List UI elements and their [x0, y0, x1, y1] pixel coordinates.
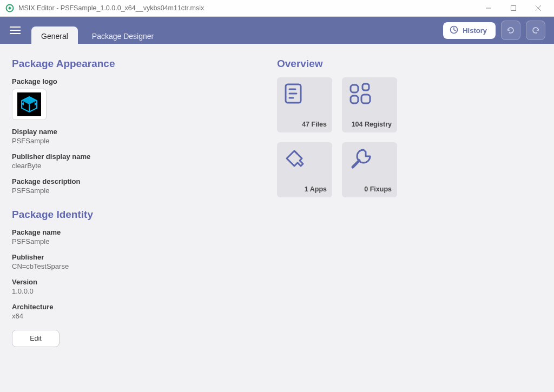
publisher-display-name-value: clearByte: [12, 162, 272, 170]
menu-button[interactable]: [9, 24, 22, 37]
package-description-value: PSFSample: [12, 187, 272, 195]
svg-rect-20: [351, 96, 358, 103]
history-button[interactable]: History: [443, 22, 496, 39]
publisher-value: CN=cbTestSparse: [12, 262, 272, 270]
svg-rect-19: [362, 84, 369, 90]
tabstrip: General Package Designer: [31, 17, 163, 44]
apps-tile[interactable]: 1 Apps: [277, 142, 332, 197]
app-icon: [5, 4, 14, 12]
display-name-value: PSFSample: [12, 137, 272, 145]
tab-general[interactable]: General: [31, 26, 78, 46]
right-column: Overview 47 Files 104 Registry 1 Apps: [277, 58, 542, 378]
registry-icon: [348, 83, 392, 105]
left-column: Package Appearance Package logo Display …: [12, 58, 272, 378]
minimize-button[interactable]: [476, 0, 501, 17]
maximize-button[interactable]: [501, 0, 526, 17]
package-logo: [12, 89, 47, 120]
package-identity-heading: Package Identity: [12, 209, 272, 221]
overview-tiles: 47 Files 104 Registry 1 Apps 0 Fixups: [277, 77, 407, 197]
clock-icon: [450, 25, 458, 36]
files-tile[interactable]: 47 Files: [277, 77, 332, 132]
fixups-tile[interactable]: 0 Fixups: [342, 142, 397, 197]
apps-label: 1 Apps: [283, 185, 327, 193]
registry-label: 104 Registry: [348, 121, 392, 128]
window-controls: [476, 0, 551, 17]
ribbon-right: History: [443, 21, 545, 40]
svg-marker-10: [22, 97, 37, 104]
package-logo-image: [17, 92, 41, 116]
svg-rect-18: [351, 85, 358, 92]
publisher-label: Publisher: [12, 253, 272, 261]
files-label: 47 Files: [283, 121, 327, 128]
package-description-label: Package description: [12, 177, 272, 185]
registry-tile[interactable]: 104 Registry: [342, 77, 397, 132]
apps-icon: [283, 148, 327, 170]
edit-button[interactable]: Edit: [12, 330, 60, 347]
history-label: History: [463, 26, 487, 35]
display-name-label: Display name: [12, 128, 272, 136]
window-title: MSIX Editor - PSFSample_1.0.0.0_x64__vyk…: [18, 4, 476, 12]
files-icon: [283, 83, 327, 105]
undo-button[interactable]: [501, 21, 520, 40]
fixups-icon: [348, 148, 392, 170]
package-name-label: Package name: [12, 228, 272, 236]
overview-heading: Overview: [277, 58, 542, 70]
close-button[interactable]: [526, 0, 551, 17]
redo-button[interactable]: [526, 21, 545, 40]
version-value: 1.0.0.0: [12, 287, 272, 295]
package-appearance-heading: Package Appearance: [12, 58, 272, 70]
package-logo-label: Package logo: [12, 77, 272, 85]
version-label: Version: [12, 278, 272, 286]
ribbon-toolbar: General Package Designer History: [0, 17, 554, 44]
tab-package-designer[interactable]: Package Designer: [82, 26, 163, 46]
architecture-value: x64: [12, 312, 272, 320]
package-name-value: PSFSample: [12, 237, 272, 245]
svg-rect-21: [361, 95, 370, 103]
content-area: Package Appearance Package logo Display …: [0, 44, 554, 392]
architecture-label: Architecture: [12, 303, 272, 311]
titlebar: MSIX Editor - PSFSample_1.0.0.0_x64__vyk…: [0, 0, 554, 17]
publisher-display-name-label: Publisher display name: [12, 152, 272, 161]
fixups-label: 0 Fixups: [348, 185, 392, 193]
svg-line-22: [353, 161, 359, 167]
svg-rect-2: [511, 6, 516, 11]
